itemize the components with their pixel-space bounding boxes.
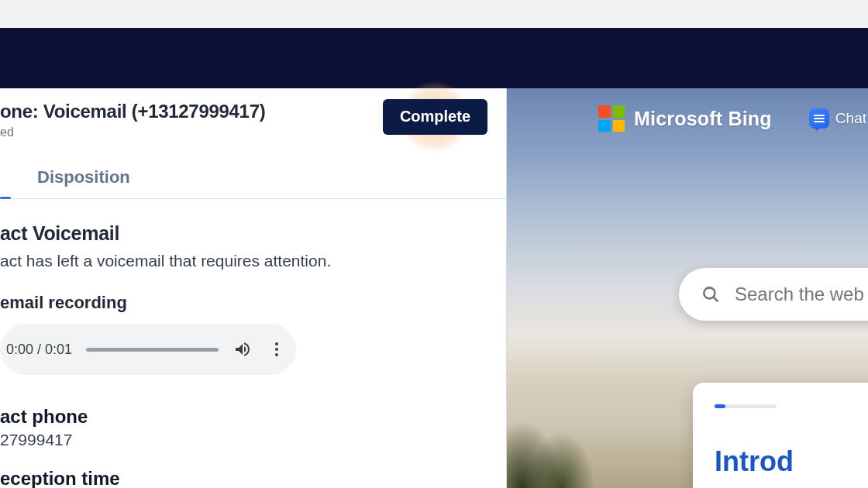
tabs-row: Disposition [0,167,506,199]
search-placeholder: Search the web [735,284,864,305]
voicemail-panel: one: Voicemail (+13127999417) ed Complet… [0,88,507,488]
reception-time-section: eception time [0,468,506,488]
voicemail-heading: act Voicemail [0,222,506,245]
header-dark-band [0,28,868,88]
voicemail-body: act has left a voicemail that requires a… [0,249,506,273]
active-tab-indicator [0,197,11,199]
top-background-strip [0,0,868,28]
microsoft-logo-icon [598,105,625,132]
chat-icon [809,108,829,129]
bing-page: Microsoft Bing Chat Search the web Intro… [507,88,868,488]
recording-heading: email recording [0,293,506,313]
reception-time-heading: eception time [0,468,506,488]
card-progress-indicator [715,404,777,408]
contact-phone-value: 27999417 [0,431,506,449]
bing-brand-row[interactable]: Microsoft Bing [598,105,772,132]
search-icon [701,284,721,304]
more-options-icon[interactable] [267,339,287,359]
audio-player[interactable]: 0:00 / 0:01 [0,324,296,375]
chat-label: Chat [835,110,866,127]
chat-link[interactable]: Chat [809,108,868,129]
search-bar[interactable]: Search the web [679,268,868,321]
contact-phone-heading: act phone [0,406,506,428]
voicemail-section: act Voicemail act has left a voicemail t… [0,222,506,375]
bing-feature-card[interactable]: Introd [693,383,868,488]
tab-disposition[interactable]: Disposition [37,167,130,198]
contact-phone-section: act phone 27999417 eception time [0,406,506,488]
audio-time-display: 0:00 / 0:01 [6,342,72,358]
trees-silhouette [507,395,600,488]
volume-icon[interactable] [232,339,253,359]
svg-line-1 [713,297,717,301]
complete-button[interactable]: Complete [383,99,487,135]
panel-header: one: Voicemail (+13127999417) ed Complet… [0,88,506,147]
card-title: Introd [715,445,868,478]
audio-progress-track[interactable] [86,348,219,352]
complete-button-wrap: Complete [383,99,487,135]
bing-brand-text: Microsoft Bing [634,108,772,130]
